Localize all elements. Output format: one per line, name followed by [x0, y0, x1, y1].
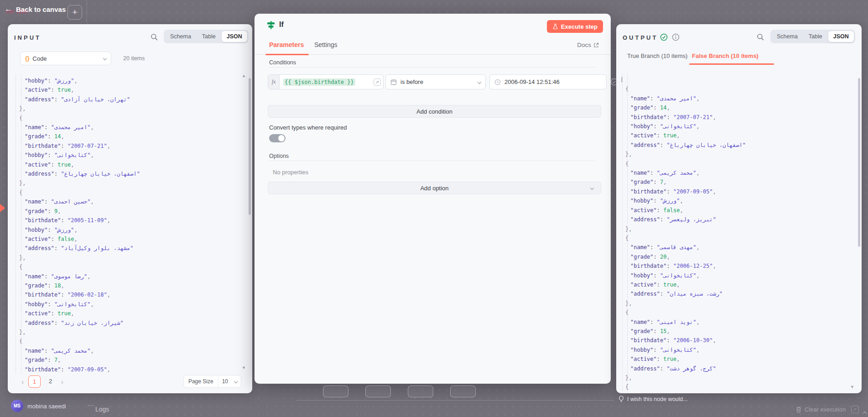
clock-icon [494, 79, 501, 85]
page-size-value: 10 [222, 375, 228, 388]
tab-json[interactable]: JSON [828, 31, 854, 42]
json-line: "name": "محمد کریمی", [8, 346, 248, 355]
canvas-control-button[interactable] [323, 386, 348, 397]
json-line: "birthdate": "2006-10-30", [616, 336, 857, 345]
json-line: }, [8, 328, 248, 337]
output-scrollbar[interactable] [858, 78, 860, 247]
conditions-section-label: Conditions [269, 59, 296, 66]
json-line: }, [616, 373, 857, 382]
canvas-control-button[interactable] [365, 386, 391, 397]
true-branch-tab[interactable]: True Branch (10 items) [627, 52, 687, 59]
input-scrollbar[interactable] [249, 78, 251, 215]
condition-left-value[interactable]: fx {{ $json.birthdate }} ↗ [268, 74, 384, 89]
input-source-select[interactable]: {} Code [20, 52, 111, 65]
input-items-count: 20 items [123, 55, 145, 62]
json-line: "hobby": "کتابخوانی", [8, 300, 248, 309]
logs-toggle[interactable]: Logs [95, 406, 109, 413]
json-line: "address": "مشهد، بلوار وکیل‌آباد" [8, 244, 248, 253]
node-feedback-link[interactable]: I wish this node would... [619, 396, 688, 402]
output-panel: OUTPUT Schema Table JSON True Branch (10… [616, 24, 862, 393]
json-line: { [8, 114, 248, 123]
condition-right-value[interactable]: 2006-09-14 12:51:46 [489, 74, 607, 89]
json-line: "name": "مینا پوری" [616, 392, 857, 393]
json-line: "address": "شیراز، خیابان زند" [8, 318, 248, 328]
node-header: If Execute step [255, 14, 611, 36]
external-link-icon [593, 42, 599, 48]
clear-execution-button[interactable]: Clear execution [795, 406, 846, 413]
json-line: }, [616, 224, 857, 234]
json-line: "hobby": "ورزش", [616, 196, 857, 205]
expression-input[interactable]: {{ $json.birthdate }} [283, 78, 355, 86]
tab-schema[interactable]: Schema [165, 31, 196, 42]
flask-icon [552, 23, 558, 30]
page-size-select[interactable]: 10 [218, 375, 241, 387]
options-divider [269, 161, 596, 161]
input-search-icon[interactable] [151, 33, 158, 41]
json-line: }, [616, 150, 857, 159]
chevron-down-icon [590, 186, 594, 190]
node-tabs: Parameters Settings Docs [255, 36, 611, 55]
no-properties-text: No properties [273, 169, 308, 176]
json-line: "active": true, [8, 160, 248, 169]
next-page-icon[interactable]: › [58, 378, 66, 386]
scroll-up-icon[interactable]: ▲ [242, 73, 246, 78]
active-tab-underline [265, 54, 309, 55]
conditions-divider [269, 67, 596, 68]
info-icon[interactable] [672, 33, 680, 41]
scroll-down-icon[interactable]: ▼ [850, 385, 854, 389]
back-to-canvas-button[interactable]: ← Back to canvas [5, 5, 66, 14]
expand-expression-icon[interactable]: ↗ [374, 78, 381, 86]
input-panel-title: INPUT [14, 34, 41, 41]
canvas-control-button[interactable] [450, 386, 476, 397]
json-line: "name": "امیر محمدی", [8, 123, 248, 132]
json-line: { [8, 337, 248, 346]
user-avatar[interactable]: MS [11, 400, 23, 412]
tab-schema[interactable]: Schema [772, 31, 803, 42]
json-line: "active": true, [8, 85, 248, 94]
input-pagination: ‹ 1 2 › Page Size 10 [8, 374, 252, 389]
false-branch-tab[interactable]: False Branch (10 items) [692, 52, 759, 59]
json-line: "active": true, [616, 131, 857, 140]
json-line: "grade": 7, [616, 177, 857, 187]
docs-link[interactable]: Docs [577, 42, 599, 48]
output-success-icon [660, 33, 668, 41]
tab-parameters[interactable]: Parameters [269, 41, 304, 48]
tab-table[interactable]: Table [197, 31, 221, 42]
convert-types-toggle[interactable] [269, 134, 286, 142]
chevron-down-icon [103, 57, 107, 60]
chevron-down-icon [234, 380, 238, 383]
add-condition-button[interactable]: Add condition [268, 105, 601, 118]
user-menu-icon[interactable]: ⋯ [88, 401, 94, 409]
json-line: { [616, 382, 857, 391]
json-line: "grade": 14, [616, 103, 857, 112]
json-line: "grade": 7, [8, 355, 248, 365]
page-button-2[interactable]: 2 [44, 375, 57, 388]
indent-guide [627, 74, 628, 393]
tab-settings[interactable]: Settings [314, 41, 338, 48]
json-line: { [616, 308, 857, 317]
add-node-button[interactable]: + [68, 5, 82, 20]
pop-out-icon[interactable]: ↗ [851, 406, 859, 413]
tab-json[interactable]: JSON [222, 31, 247, 42]
execute-step-button[interactable]: Execute step [547, 20, 603, 33]
output-json-view[interactable]: [{"name": "امیر محمدی","grade": 14,"birt… [616, 72, 857, 393]
json-line: "hobby": "کتابخوانی", [8, 151, 248, 160]
panel-expand-arrow[interactable] [0, 204, 5, 212]
prev-page-icon[interactable]: ‹ [19, 378, 26, 386]
json-line: "birthdate": "2007-09-05", [8, 365, 248, 374]
back-arrow-icon: ← [5, 5, 12, 14]
input-json-view[interactable]: "hobby": "ورزش","active": true,"address"… [8, 72, 248, 374]
scroll-down-icon[interactable]: ▼ [242, 365, 246, 370]
indent-guide [16, 74, 16, 374]
json-line: "birthdate": "2006-12-25", [616, 261, 857, 271]
collapse-panel-icon[interactable] [863, 408, 866, 417]
json-line: "name": "مهدی قاسمی", [616, 243, 857, 252]
canvas-control-button[interactable] [408, 386, 433, 397]
add-option-button[interactable]: Add option [268, 182, 601, 194]
tab-table[interactable]: Table [804, 31, 827, 42]
indent-guide [21, 74, 21, 374]
json-line: "active": false, [8, 235, 248, 244]
output-search-icon[interactable] [757, 33, 764, 41]
operator-select[interactable]: is before [385, 74, 486, 89]
page-button-1[interactable]: 1 [28, 375, 41, 388]
